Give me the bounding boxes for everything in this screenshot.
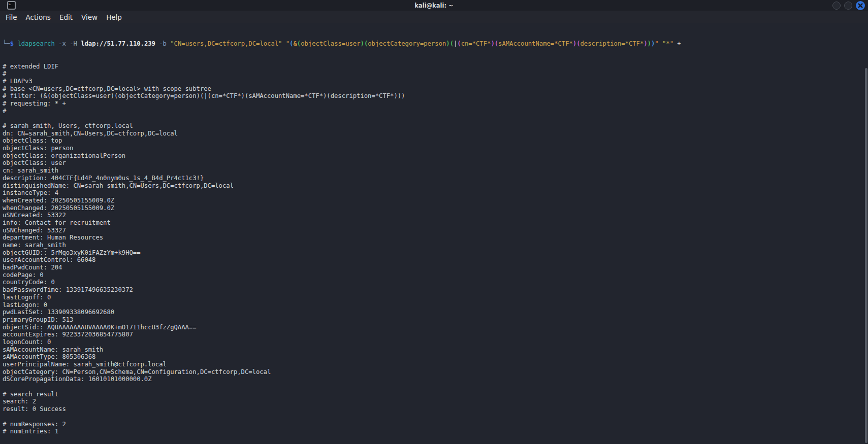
terminal-line: # search result [3, 391, 863, 398]
terminal-line: objectSid:: AQUAAAAAAAUVAAAA0K+mO17I1hcc… [3, 324, 863, 331]
terminal-line: dn: CN=sarah_smith,CN=Users,DC=ctfcorp,D… [3, 130, 863, 138]
terminal-line: objectClass: person [3, 145, 863, 152]
terminal-line: objectClass: top [3, 137, 863, 145]
terminal-line: # LDAPv3 [3, 78, 863, 85]
scrollbar[interactable] [864, 23, 868, 444]
cmd-segment: ldapsearch [17, 40, 54, 47]
terminal-line: dSCorePropagationData: 16010101000000.0Z [3, 375, 863, 383]
menubar: FileActionsEditViewHelp [0, 11, 868, 23]
menu-item-actions[interactable]: Actions [25, 12, 51, 22]
terminal-line: objectClass: user [3, 159, 863, 167]
terminal-line: # sarah_smith, Users, ctfcorp.local [3, 122, 863, 130]
maximize-button[interactable] [844, 2, 852, 10]
terminal-line: badPwdCount: 204 [3, 264, 863, 271]
cmd-segment: objectCategory=person [368, 40, 446, 47]
terminal-line: description: 404CTF{Ld4P_4n0nym0us_1s_4_… [3, 175, 863, 182]
menu-item-edit[interactable]: Edit [59, 12, 73, 22]
window-title: kali@kali: ~ [0, 0, 868, 11]
cmd-segment: ( [450, 40, 454, 47]
minimize-button[interactable] [832, 2, 841, 10]
cmd-segment: ldap://51.77.110.239 [81, 40, 155, 47]
cmd-segment: ) [361, 40, 364, 47]
terminal-line: objectClass: organizationalPerson [3, 152, 863, 160]
terminal-line: lastLogoff: 0 [3, 294, 863, 301]
terminal-line [3, 413, 863, 421]
terminal-line: # numEntries: 1 [3, 428, 863, 435]
cmd-segment [659, 40, 662, 47]
terminal-window: ∟ kali@kali: ~ FileActionsEditViewHelp └… [0, 0, 868, 444]
cmd-segment: ) [446, 40, 449, 47]
cmd-segment: "CN=users,DC=ctfcorp,DC=local" [170, 40, 282, 47]
menu-item-help[interactable]: Help [106, 12, 122, 22]
terminal-line: whenChanged: 20250505155009.0Z [3, 204, 863, 212]
terminal-line: # filter: (&(objectClass=user)(objectCat… [3, 92, 863, 100]
cmd-segment: cn=*CTF* [461, 40, 491, 47]
terminal-line: instanceType: 4 [3, 189, 863, 197]
cmd-segment: + [677, 40, 681, 47]
terminal-output: # extended LDIF## LDAPv3# base <CN=users… [3, 63, 863, 435]
command-line: └─$ ldapsearch -x -H ldap://51.77.110.23… [3, 40, 863, 48]
terminal-line: sAMAccountName: sarah_smith [3, 346, 863, 354]
terminal-line: department: Human Resources [3, 234, 863, 242]
titlebar: ∟ kali@kali: ~ [0, 0, 868, 11]
cmd-segment: objectClass=user [301, 40, 360, 47]
terminal-line: search: 2 [3, 398, 863, 405]
cmd-segment: -b [159, 40, 167, 47]
cmd-segment: "*" [662, 40, 673, 47]
terminal-line: userPrincipalName: sarah_smith@ctfcorp.l… [3, 361, 863, 368]
cmd-segment: $ [10, 40, 18, 47]
terminal-line: name: sarah_smith [3, 242, 863, 249]
menu-item-file[interactable]: File [5, 12, 18, 22]
terminal-line: lastLogon: 0 [3, 301, 863, 309]
cmd-segment: sAMAccountName=*CTF* [498, 40, 573, 47]
terminal-line: userAccountControl: 66048 [3, 256, 863, 264]
cmd-segment: ( [457, 40, 461, 47]
terminal-line: objectGUID:: 5rMqo3xyK0iFAZzYm+k9HQ== [3, 249, 863, 257]
cmd-segment: & [293, 40, 297, 47]
scrollbar-thumb[interactable] [865, 68, 867, 443]
terminal-line: whenCreated: 20250505155009.0Z [3, 197, 863, 204]
terminal-line: codePage: 0 [3, 271, 863, 279]
terminal-line: objectCategory: CN=Person,CN=Schema,CN=C… [3, 368, 863, 376]
terminal-line: accountExpires: 9223372036854775807 [3, 331, 863, 338]
cmd-segment: description=*CTF* [581, 40, 644, 47]
terminal-line: # extended LDIF [3, 63, 863, 71]
close-button[interactable] [856, 1, 865, 10]
cmd-segment: ) [491, 40, 494, 47]
terminal-line: distinguishedName: CN=sarah_smith,CN=Use… [3, 182, 863, 190]
cmd-segment: ) [648, 40, 651, 47]
close-icon [858, 3, 863, 8]
terminal-line: # [3, 70, 863, 78]
terminal-line: # [3, 108, 863, 115]
terminal-line [3, 115, 863, 122]
terminal-line: info: Contact for recruitment [3, 219, 863, 227]
terminal-line: badPasswordTime: 133917496635230372 [3, 286, 863, 294]
terminal-line: cn: sarah_smith [3, 167, 863, 175]
window-controls [832, 0, 865, 11]
terminal-line: # requesting: * + [3, 100, 863, 108]
terminal-line: # numResponses: 2 [3, 421, 863, 428]
cmd-segment: ( [576, 40, 580, 47]
cmd-segment: -H [70, 40, 77, 47]
terminal-line: logonCount: 0 [3, 338, 863, 346]
terminal-line [3, 383, 863, 391]
cmd-segment: -x [58, 40, 66, 47]
cmd-segment: ( [495, 40, 498, 47]
cmd-segment: " [655, 40, 658, 47]
terminal-line: primaryGroupID: 513 [3, 316, 863, 324]
terminal-line: uSNCreated: 53322 [3, 212, 863, 219]
menu-item-view[interactable]: View [81, 12, 98, 22]
terminal-line: # base <CN=users,DC=ctfcorp,DC=local> wi… [3, 85, 863, 93]
terminal-line: result: 0 Success [3, 405, 863, 413]
cmd-segment [55, 40, 58, 47]
terminal-line: uSNChanged: 53327 [3, 227, 863, 234]
terminal-line: pwdLastSet: 133909338096692680 [3, 309, 863, 316]
cmd-segment [282, 40, 285, 47]
terminal-line: sAMAccountType: 805306368 [3, 353, 863, 361]
terminal-screen[interactable]: └─$ ldapsearch -x -H ldap://51.77.110.23… [0, 23, 868, 444]
terminal-line: countryCode: 0 [3, 279, 863, 286]
cmd-segment: " [286, 40, 290, 47]
cmd-segment: └─ [3, 40, 10, 47]
cmd-segment: ) [644, 40, 647, 47]
